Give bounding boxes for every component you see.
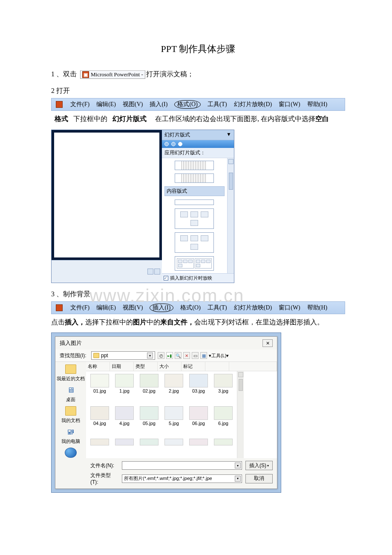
scroll-thumb[interactable] (229, 173, 233, 190)
menu-view[interactable]: 视图(V) (123, 101, 143, 108)
powerpoint-icon: ▣ (82, 71, 89, 78)
kw-insert: 插入， (65, 318, 85, 326)
menu-file[interactable]: 文件(F) (70, 101, 89, 108)
file-item[interactable] (137, 438, 161, 457)
menu-edit[interactable]: 编辑(E) (96, 304, 116, 312)
taskpane-title-text: 幻灯片版式 (164, 132, 190, 138)
taskpane-scrollbar[interactable] (227, 158, 234, 273)
up-icon[interactable]: ▸▮ (166, 352, 173, 359)
place-recent[interactable]: 我最近的文档 (57, 364, 85, 382)
newfolder-icon[interactable]: ▭ (192, 352, 199, 359)
menu-window[interactable]: 窗口(W) (279, 101, 300, 108)
menu-file[interactable]: 文件(F) (70, 304, 89, 312)
dropdown-icon[interactable]: ▾ (147, 353, 153, 358)
col-type[interactable]: 类型 (134, 362, 158, 371)
menu-help[interactable]: 帮助(H) (307, 101, 327, 108)
menu-window[interactable]: 窗口(W) (279, 304, 300, 312)
menu-insert[interactable]: 插入(I) (150, 101, 167, 108)
place-mycomp[interactable]: 🖳我的电脑 (61, 426, 80, 445)
place-network[interactable] (64, 447, 77, 458)
dialog-titlebar: 插入图片 ✕ (55, 337, 277, 350)
file-name: 4.jpg (119, 421, 130, 426)
menu-insert-circled[interactable]: 插入(I) (150, 304, 173, 312)
layout-thumb-blank[interactable] (175, 199, 214, 205)
scroll-thumb[interactable] (239, 379, 243, 391)
menu-slideshow[interactable]: 幻灯片放映(D) (234, 101, 272, 108)
file-thumb (90, 439, 109, 445)
col-size[interactable]: 大小 (158, 362, 182, 371)
file-thumb (189, 374, 208, 387)
step-1-prefix: 1 、双击 (51, 70, 77, 79)
file-item[interactable]: 1.jpg (112, 373, 136, 405)
file-item[interactable]: 01.jpg (88, 373, 112, 405)
tools-menu[interactable]: ▾工具(L)▾ (209, 353, 229, 359)
checkbox-icon[interactable]: ✓ (164, 276, 168, 280)
menu-format-circled[interactable]: 格式(O) (174, 100, 200, 109)
back-icon[interactable]: ◴ (158, 352, 164, 359)
file-thumb (214, 439, 233, 445)
file-item[interactable]: 4.jpg (112, 405, 136, 437)
scroll-up-icon[interactable] (228, 159, 233, 164)
file-item[interactable]: 2.jpg (162, 373, 186, 405)
menu-slideshow[interactable]: 幻灯片放映(D) (234, 304, 272, 312)
layout-thumb[interactable] (175, 208, 214, 229)
file-item[interactable]: 05.jpg (137, 405, 161, 437)
taskpane-tabbar (162, 140, 234, 148)
file-item[interactable] (211, 438, 235, 457)
menu-edit[interactable]: 编辑(E) (96, 101, 116, 108)
menu-format[interactable]: 格式(O) (180, 304, 200, 312)
file-thumb (164, 406, 183, 420)
file-item[interactable]: 3.jpg (211, 373, 235, 405)
scroll-btn[interactable] (147, 269, 153, 275)
close-button[interactable]: ✕ (262, 339, 273, 347)
slide-area (52, 130, 162, 283)
menu-tools[interactable]: 工具(T) (208, 304, 227, 312)
dropdown-icon[interactable]: ▾ (235, 476, 241, 482)
file-item[interactable]: 5.jpg (162, 405, 186, 437)
menu-tools[interactable]: 工具(T) (208, 101, 227, 108)
file-item[interactable]: 6.jpg (211, 405, 235, 437)
nav-back-icon[interactable] (164, 142, 169, 146)
filetype-field[interactable]: 所有图片(*.emf;*.wmf;*.jpg;*.jpeg;*.jfif;*.j… (122, 474, 242, 483)
place-desktop[interactable]: 🖥桌面 (64, 384, 77, 403)
filelist-scrollbar[interactable] (237, 371, 244, 458)
menu-view[interactable]: 视图(V) (123, 304, 143, 312)
file-thumb (214, 406, 233, 420)
step-3-label: 3 、制作背景 (51, 290, 345, 299)
place-mydocs[interactable]: 我的文档 (61, 405, 80, 424)
filename-row: 文件名(N): ▾ 插入(S)▾ (90, 461, 273, 470)
layout-thumb[interactable] (175, 232, 214, 253)
file-name: 06.jpg (192, 421, 205, 426)
file-item[interactable]: 06.jpg (187, 405, 210, 437)
insert-button[interactable]: 插入(S)▾ (245, 461, 273, 470)
delete-icon[interactable]: ✕ (183, 352, 190, 359)
dropdown-icon[interactable]: ▾ (235, 462, 241, 468)
layout-thumb[interactable] (175, 161, 214, 170)
file-item[interactable] (88, 438, 112, 457)
file-thumb (140, 439, 159, 445)
nav-home-icon[interactable] (178, 142, 182, 146)
col-tag[interactable]: 标记 (182, 362, 205, 371)
scroll-up-icon[interactable] (238, 372, 243, 377)
file-item[interactable] (162, 438, 186, 457)
layout-thumb[interactable] (175, 173, 214, 183)
place-label: 我的电脑 (61, 438, 80, 445)
col-name[interactable]: 名称 (86, 362, 110, 371)
menu-help[interactable]: 帮助(H) (307, 304, 327, 312)
col-date[interactable]: 日期 (110, 362, 134, 371)
filetype-label: 文件类型(T): (90, 472, 118, 485)
scroll-btn[interactable] (154, 269, 160, 275)
cancel-button[interactable]: 取消 (245, 474, 273, 483)
views-icon[interactable]: ▦ (200, 352, 207, 359)
file-item[interactable] (187, 438, 210, 457)
file-item[interactable]: 04.jpg (88, 405, 112, 437)
file-item[interactable]: 03.jpg (187, 373, 210, 405)
nav-fwd-icon[interactable] (171, 142, 176, 146)
file-thumb (140, 406, 159, 420)
layout-thumb[interactable] (175, 256, 214, 271)
filename-field[interactable]: ▾ (122, 461, 242, 470)
file-item[interactable]: 02.jpg (137, 373, 161, 405)
search-icon[interactable]: 🔍 (175, 352, 182, 359)
lookin-combo[interactable]: ppt ▾ (91, 351, 155, 360)
file-item[interactable] (112, 438, 136, 457)
